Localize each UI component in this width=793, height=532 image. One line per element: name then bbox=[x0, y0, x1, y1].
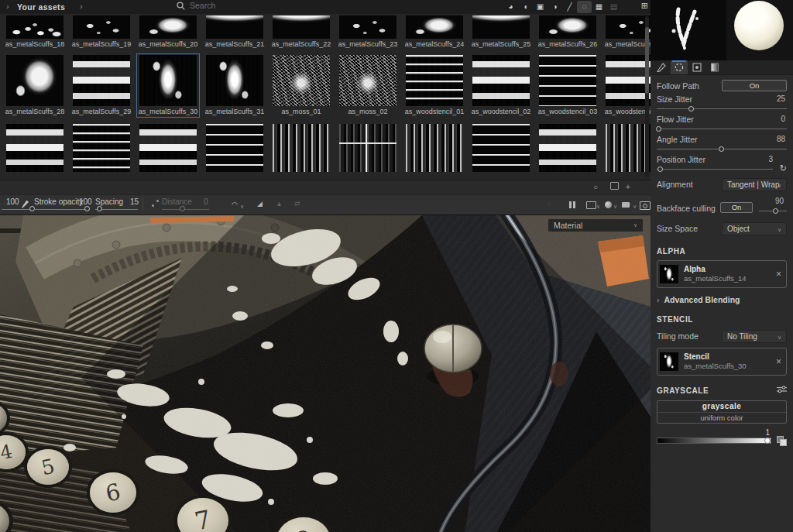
assets-scrollbar[interactable] bbox=[645, 16, 649, 177]
filter-tools-icon[interactable]: ╱ bbox=[562, 1, 577, 13]
asset-thumbnail[interactable] bbox=[472, 124, 530, 172]
filter-textures-icon[interactable]: ▣ bbox=[533, 1, 548, 13]
symmetry-swap-icon[interactable]: ⇄ bbox=[294, 200, 300, 208]
asset-item[interactable]: as_metalScuffs_19 bbox=[70, 14, 133, 50]
stencil-slot[interactable]: Stencil as_metalScuffs_30 × bbox=[657, 348, 787, 376]
asset-thumbnail[interactable] bbox=[6, 55, 64, 106]
asset-item[interactable] bbox=[403, 122, 466, 173]
asset-thumbnail[interactable] bbox=[406, 124, 463, 172]
asset-thumbnail[interactable] bbox=[6, 124, 64, 172]
asset-thumbnail[interactable] bbox=[539, 15, 596, 39]
falloff-curve-icon[interactable]: ◠ bbox=[232, 201, 238, 208]
asset-item[interactable] bbox=[536, 122, 599, 173]
asset-thumbnail[interactable] bbox=[472, 15, 530, 39]
asset-thumbnail[interactable] bbox=[139, 15, 197, 39]
size-jitter-slider[interactable] bbox=[657, 106, 787, 112]
alpha-remove-icon[interactable]: × bbox=[776, 269, 781, 280]
layout-grid-icon[interactable]: ⊞ bbox=[641, 1, 648, 11]
asset-thumbnail[interactable] bbox=[73, 15, 130, 39]
asset-item[interactable]: as_woodstencil_03 bbox=[536, 53, 599, 118]
breadcrumb[interactable]: Your assets bbox=[17, 2, 65, 12]
stroke-opacity-slider[interactable] bbox=[34, 209, 90, 210]
asset-item[interactable]: as_moss_02 bbox=[336, 53, 400, 118]
brush-icon[interactable] bbox=[21, 200, 29, 209]
tab-alpha[interactable] bbox=[671, 60, 688, 74]
asset-thumbnail[interactable] bbox=[472, 55, 530, 106]
pause-engine-icon[interactable] bbox=[569, 201, 575, 208]
asset-thumbnail[interactable] bbox=[206, 15, 263, 39]
tiling-mode-dropdown[interactable]: ∨ No Tiling bbox=[722, 330, 787, 343]
asset-thumbnail[interactable] bbox=[73, 124, 130, 172]
scatter-dots-icon[interactable] bbox=[152, 204, 154, 207]
asset-item[interactable] bbox=[469, 122, 533, 173]
asset-thumbnail[interactable] bbox=[606, 124, 651, 172]
asset-thumbnail[interactable] bbox=[206, 55, 263, 106]
symmetry-mirror-icon[interactable]: ▲ bbox=[276, 200, 283, 208]
asset-thumbnail[interactable] bbox=[339, 15, 396, 39]
grayscale-gradient-slider[interactable] bbox=[657, 438, 771, 444]
filter-patterns-icon[interactable]: ▦ bbox=[592, 1, 606, 13]
shading-mode-dropdown[interactable]: ∨ Material bbox=[548, 219, 643, 232]
asset-thumbnail[interactable] bbox=[406, 55, 463, 106]
camera-chevron-icon[interactable]: ∨ bbox=[633, 204, 637, 210]
mask-circle-icon[interactable]: ○ bbox=[593, 182, 598, 192]
asset-item[interactable]: as_metalScuffs_28 bbox=[3, 53, 67, 118]
symmetry-plane-icon[interactable]: ◢ bbox=[257, 200, 263, 208]
asset-item[interactable]: as_metalScuffs_22 bbox=[269, 14, 333, 50]
asset-thumbnail[interactable] bbox=[539, 55, 596, 106]
asset-item[interactable]: as_metalScuffs_23 bbox=[336, 14, 400, 50]
asset-thumbnail[interactable] bbox=[139, 55, 197, 106]
display-settings-icon[interactable] bbox=[586, 201, 596, 209]
asset-item[interactable]: as_woodstencil_02 bbox=[469, 53, 533, 118]
backface-culling-value[interactable]: 90 bbox=[775, 197, 784, 205]
asset-item[interactable]: as_metalScuffs_25 bbox=[469, 14, 533, 50]
environment-sphere-icon[interactable] bbox=[605, 201, 612, 208]
random-seed-dice-icon[interactable]: ↻ bbox=[780, 163, 787, 173]
follow-path-toggle[interactable]: On bbox=[722, 80, 787, 91]
asset-item[interactable]: as_moss_01 bbox=[269, 53, 333, 118]
alpha-thumbnail[interactable] bbox=[660, 265, 678, 283]
asset-item[interactable] bbox=[70, 122, 133, 173]
asset-item[interactable] bbox=[602, 122, 651, 173]
asset-thumbnail[interactable] bbox=[339, 55, 396, 106]
asset-thumbnail[interactable] bbox=[139, 124, 197, 172]
camera-view-icon[interactable] bbox=[622, 202, 630, 208]
alignment-dropdown[interactable]: ∨ Tangent | Wrap bbox=[722, 178, 787, 191]
asset-item[interactable] bbox=[3, 122, 67, 173]
backface-culling-toggle[interactable]: On bbox=[720, 202, 753, 213]
asset-item[interactable]: as_metalScuffs_27 bbox=[602, 14, 651, 50]
breadcrumb-forward-chevron-icon[interactable]: › bbox=[80, 2, 83, 11]
snapshot-camera-icon[interactable] bbox=[640, 201, 651, 210]
spacing-slider[interactable] bbox=[95, 209, 138, 210]
size-space-dropdown[interactable]: ∨ Object bbox=[722, 222, 787, 235]
tab-brush[interactable] bbox=[653, 60, 670, 74]
display-settings-chevron-icon[interactable]: ∨ bbox=[596, 204, 600, 210]
asset-item[interactable]: as_metalScuffs_29 bbox=[70, 53, 133, 118]
brush-size-slider[interactable] bbox=[2, 209, 37, 210]
angle-jitter-slider[interactable] bbox=[657, 146, 787, 153]
asset-thumbnail[interactable] bbox=[273, 55, 330, 106]
asset-thumbnail[interactable] bbox=[73, 55, 130, 106]
stencil-thumbnail[interactable] bbox=[660, 352, 678, 371]
breadcrumb-back-chevron-icon[interactable]: › bbox=[6, 2, 9, 11]
environment-chevron-icon[interactable]: ∨ bbox=[613, 204, 617, 210]
asset-item[interactable]: as_metalScuffs_26 bbox=[536, 14, 599, 50]
tab-material[interactable] bbox=[706, 60, 723, 74]
asset-item[interactable] bbox=[336, 122, 400, 173]
advanced-blending-expander[interactable]: ›Advanced Blending bbox=[657, 295, 787, 304]
grayscale-picker-icon[interactable] bbox=[777, 436, 787, 448]
tab-stencil[interactable] bbox=[688, 60, 705, 74]
position-jitter-value[interactable]: 3 bbox=[768, 155, 773, 163]
filter-effects-icon[interactable]: ◑ bbox=[548, 1, 562, 13]
search-input[interactable]: Search bbox=[190, 1, 215, 10]
asset-item[interactable]: as_metalScuffs_21 bbox=[203, 14, 266, 50]
filter-alphas-icon[interactable]: ◌ bbox=[577, 1, 592, 13]
grayscale-menu-icon[interactable] bbox=[777, 386, 787, 395]
asset-thumbnail[interactable] bbox=[606, 55, 651, 106]
asset-item[interactable]: as_metalScuffs_18 bbox=[3, 14, 67, 50]
asset-item[interactable]: as_woodstencil_04 bbox=[602, 53, 651, 118]
filter-materials-icon[interactable]: ◕ bbox=[503, 1, 518, 13]
asset-item[interactable]: as_metalScuffs_30 bbox=[136, 53, 200, 118]
asset-thumbnail[interactable] bbox=[273, 124, 330, 172]
backface-culling-slider[interactable] bbox=[759, 208, 787, 215]
